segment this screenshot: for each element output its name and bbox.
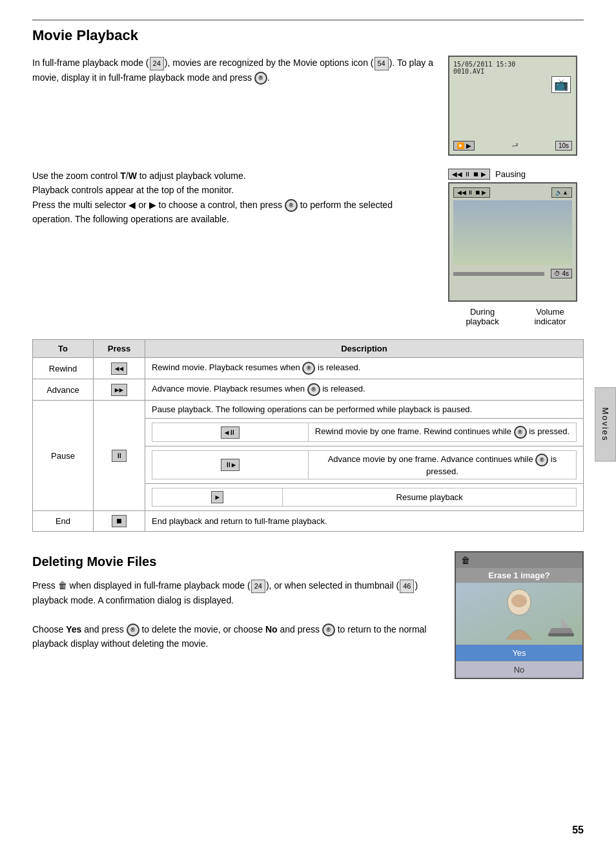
dialog-header: 🗑	[456, 552, 582, 568]
ctrl-bar-pausing: ◀◀ ⏸ ⏹ ▶	[448, 169, 490, 180]
nested-table-row: ▶ Resume playback	[152, 488, 576, 507]
rewind-btn-icon: ◀◀	[111, 362, 127, 375]
nested-table-advance: ⏸▶ Advance movie by one frame. Advance c…	[152, 450, 577, 479]
captions-row: Duringplayback Volumeindicator	[448, 307, 584, 326]
row-press-advance: ▶▶	[93, 379, 145, 401]
lcd-bottom-row: ⏱ 4s	[453, 269, 572, 278]
row-press-rewind: ◀◀	[93, 358, 145, 379]
svg-marker-3	[561, 618, 571, 628]
svg-point-1	[511, 594, 527, 607]
lcd-image-area	[453, 200, 572, 265]
nested-desc-adv: Advance movie by one frame. Advance cont…	[308, 451, 576, 479]
dialog-title: Erase 1 image?	[456, 568, 582, 583]
row-to-pause: Pause	[33, 401, 94, 511]
section-title-movie-playback: Movie Playback	[32, 19, 584, 44]
playback-controls-text: Playback controls appear at the top of t…	[32, 183, 435, 226]
trash-icon: 🗑	[461, 555, 470, 565]
col-to: To	[33, 340, 94, 358]
nested-desc-rw: Rewind movie by one frame. Rewind contin…	[308, 423, 576, 442]
lcd-time: 10s	[555, 141, 572, 151]
row-to-end: End	[33, 511, 94, 532]
dialog-options: Yes No	[456, 644, 582, 678]
row-desc-end: End playback and return to full-frame pl…	[145, 511, 583, 532]
lcd-filename: 0010.AVI	[453, 68, 572, 75]
ctrl-ps-icon: ⏸	[467, 189, 473, 196]
page-container: Movie Playback In full-frame playback mo…	[0, 0, 616, 849]
lcd-separator: ⎓²	[512, 142, 518, 149]
lcd-screen-top: 15/05/2011 15:30 0010.AVI 📺 ▶️ ▶ ⎓² 10s	[448, 56, 577, 156]
ctrl-st-icon: ⏹	[475, 189, 480, 196]
playback-diagrams: ◀◀ ⏸ ⏹ ▶ Pausing ◀◀ ⏸ ⏹ ▶ 🔊▲	[448, 169, 584, 326]
top-paragraph: In full-frame playback mode (24), movies…	[32, 56, 435, 156]
table-row: End ⏹ End playback and return to full-fr…	[33, 511, 584, 532]
row-desc-advance-frame: ⏸▶ Advance movie by one frame. Advance c…	[145, 446, 583, 484]
ok-icon-adv-frame: ®	[535, 454, 548, 466]
delete-para1: Press 🗑 when displayed in full-frame pla…	[32, 578, 442, 607]
volume-indicator-caption: Volumeindicator	[534, 307, 566, 326]
table-row: Advance ▶▶ Advance movie. Playback resum…	[33, 379, 584, 401]
svg-rect-4	[548, 633, 574, 636]
side-tab-movies: Movies	[595, 387, 616, 461]
col-press: Press	[93, 340, 145, 358]
person-silhouette	[500, 588, 539, 640]
row-to-advance: Advance	[33, 379, 94, 401]
ctrl-stop-icon: ⏹	[473, 171, 479, 178]
nested-icon-rw: ◀⏸	[152, 423, 308, 442]
nested-icon-adv: ⏸▶	[152, 451, 308, 479]
dialog-option-yes[interactable]: Yes	[456, 644, 582, 661]
during-playback-caption: Duringplayback	[466, 307, 498, 326]
intro-text: In full-frame playback mode (24), movies…	[32, 56, 435, 85]
bottom-text-block: Deleting Movie Files Press 🗑 when displa…	[32, 551, 442, 679]
ok-icon-no: ®	[322, 624, 335, 636]
section-title-text: Movie Playback	[32, 27, 138, 43]
ctrl-pl-icon: ▶	[482, 189, 486, 196]
lcd-timestamp: 15/05/2011 15:30	[453, 61, 572, 68]
boat-silhouette	[545, 615, 577, 641]
tv-icon: 📺	[551, 76, 571, 93]
table-row: Pause ⏸ Pause playback. The following op…	[33, 401, 584, 419]
table-header: To Press Description	[33, 340, 584, 358]
nested-table-pause: ◀⏸ Rewind movie by one frame. Rewind con…	[152, 423, 577, 442]
table-body: Rewind ◀◀ Rewind movie. Playback resumes…	[33, 358, 584, 532]
row-to-rewind: Rewind	[33, 358, 94, 379]
camera-display-top: 15/05/2011 15:30 0010.AVI 📺 ▶️ ▶ ⎓² 10s	[448, 56, 584, 156]
nested-table-resume: ▶ Resume playback	[152, 488, 577, 507]
section-subtitle-delete: Deleting Movie Files	[32, 551, 442, 572]
dialog-image	[456, 583, 582, 644]
page-number: 55	[572, 824, 584, 836]
row-desc-resume: ▶ Resume playback	[145, 484, 583, 511]
nested-table-row: ◀⏸ Rewind movie by one frame. Rewind con…	[152, 423, 576, 442]
ok-icon-rewind: ®	[302, 362, 315, 375]
table-row: Rewind ◀◀ Rewind movie. Playback resumes…	[33, 358, 584, 379]
pause-btn-icon: ⏸	[112, 450, 127, 462]
row-desc-pause-intro: Pause playback. The following operations…	[145, 401, 583, 419]
dialog-box: 🗑 Erase 1 image?	[455, 551, 584, 679]
middle-section: Use the zoom control T/W to adjust playb…	[32, 169, 584, 326]
lcd-screen-playback: ◀◀ ⏸ ⏹ ▶ 🔊▲ ⏱ 4s	[448, 182, 577, 302]
progress-bar	[453, 272, 544, 276]
operations-table: To Press Description Rewind ◀◀ Rewind mo…	[32, 339, 584, 532]
nested-desc-resume: Resume playback	[283, 488, 577, 507]
nested-icon-resume: ▶	[152, 488, 282, 507]
row-press-pause: ⏸	[93, 401, 145, 511]
zoom-control-text: Use the zoom control T/W to adjust playb…	[32, 169, 435, 183]
volume-ctrl-icon: 🔊▲	[555, 189, 568, 196]
lcd-bottom-bar: ▶️ ▶ ⎓² 10s	[453, 141, 572, 151]
advance-btn-icon: ▶▶	[111, 384, 127, 396]
nested-table-row: ⏸▶ Advance movie by one frame. Advance c…	[152, 451, 576, 479]
lcd-top-controls: ◀◀ ⏸ ⏹ ▶ 🔊▲	[453, 187, 572, 198]
delete-dialog-area: 🗑 Erase 1 image?	[455, 551, 584, 679]
row-desc-advance: Advance movie. Playback resumes when ® i…	[145, 379, 583, 401]
section2-title-text: Deleting Movie Files	[32, 554, 156, 569]
ctrl-pause-icon: ⏸	[464, 171, 471, 178]
lcd-ctrl-right: 🔊▲	[551, 187, 572, 198]
dialog-option-no[interactable]: No	[456, 661, 582, 678]
ctrl-rewind-icon: ◀◀	[452, 171, 462, 178]
ok-icon-rw-frame: ®	[514, 426, 527, 439]
table-header-row: To Press Description	[33, 340, 584, 358]
ok-icon-yes: ®	[127, 624, 139, 636]
pausing-text: Pausing	[495, 169, 526, 179]
middle-text-block: Use the zoom control T/W to adjust playb…	[32, 169, 435, 326]
lcd-play-icon: ▶️ ▶	[453, 141, 475, 151]
col-description: Description	[145, 340, 583, 358]
